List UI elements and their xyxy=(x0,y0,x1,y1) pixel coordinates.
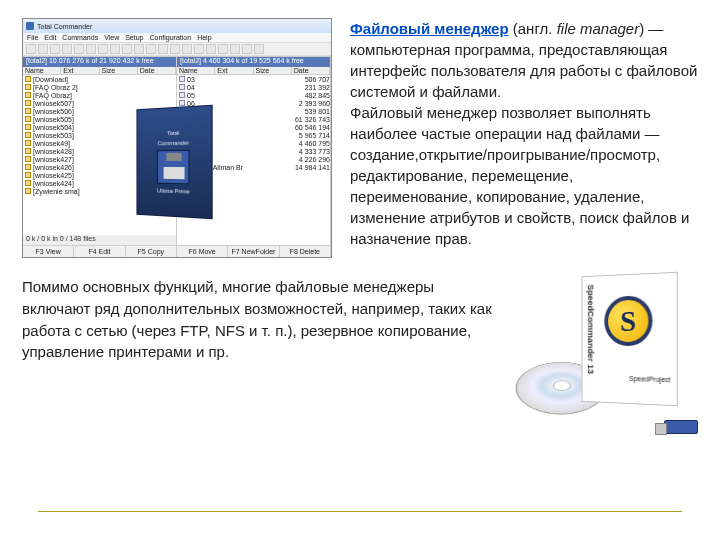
list-item: [wniosek507] xyxy=(23,99,176,107)
floppy-icon xyxy=(157,150,189,185)
definition-paragraph: Файловый менеджер (англ. file manager) —… xyxy=(350,18,698,258)
list-item: [Download] xyxy=(23,75,176,83)
usb-stick xyxy=(664,420,698,434)
product-box-art: Total Commander Ultima Prime xyxy=(136,105,212,220)
app-icon xyxy=(26,22,34,30)
function-key-bar: F3 View F4 Edit F5 Copy F6 Move F7 NewFo… xyxy=(23,245,331,257)
speedcommander-logo xyxy=(604,295,652,346)
menu-bar: File Edit Commands View Setup Configurat… xyxy=(23,33,331,43)
window-title: Total Commander xyxy=(37,23,92,30)
operations-text: Файловый менеджер позволяет выполнять на… xyxy=(350,104,689,247)
list-item: [FAQ Obraz 2] xyxy=(23,83,176,91)
list-item: 05482 845 xyxy=(177,91,330,99)
list-item: 04231 392 xyxy=(177,83,330,91)
term-link[interactable]: Файловый менеджер xyxy=(350,20,509,37)
list-item: 03506 707 xyxy=(177,75,330,83)
additional-features-text: Помимо основных функций, многие файловые… xyxy=(22,276,492,363)
list-item: [FAQ Obraz] xyxy=(23,91,176,99)
toolbar xyxy=(23,43,331,56)
file-manager-screenshot: Total Commander File Edit Commands View … xyxy=(22,18,332,258)
horizontal-rule xyxy=(38,511,682,512)
speedcommander-product-image: SpeedCommander 13 SpeedProject xyxy=(508,266,708,436)
